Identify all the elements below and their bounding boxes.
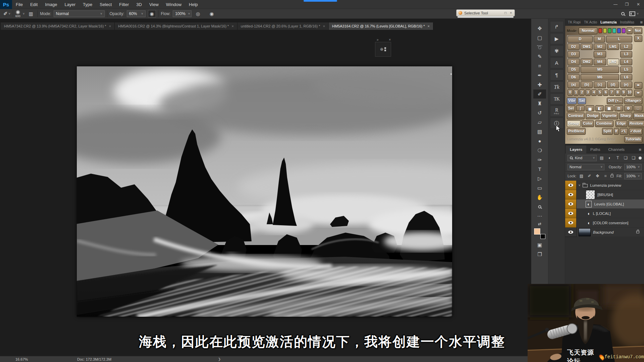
menu-help[interactable]: Help [185,0,202,9]
airbrush-toggle[interactable]: ◎ [194,10,202,17]
brush-panel-toggle[interactable]: ▥ [27,10,35,17]
filter-type-icon[interactable]: T [615,156,621,160]
zone-3-button[interactable]: 3 [585,89,591,96]
split-button[interactable]: Split [602,128,613,135]
zone-e-button[interactable]: (e) [620,81,632,88]
zone-l3-button[interactable]: L3 [620,51,632,58]
filter-kind-select[interactable]: Kind ˅ [568,155,597,161]
lumenzia-mode-button[interactable]: Normal [579,27,597,34]
screen-mode-button[interactable]: ❐ [533,250,546,259]
if-button[interactable]: If [614,128,619,135]
zone-d-button[interactable]: D [568,36,593,43]
background-color-swatch[interactable] [540,234,545,239]
close-icon[interactable]: × [109,24,111,28]
zone-m6-button[interactable]: M6 [581,74,619,81]
vibrance-button[interactable]: Vibr [567,98,577,104]
character-panel-icon[interactable]: A [550,57,564,68]
close-icon[interactable]: × [389,38,391,42]
visibility-toggle[interactable] [565,181,577,190]
tab-lumenzia[interactable]: Lumenzia [599,19,618,25]
history-brush-tool[interactable]: ↺ [533,108,546,117]
zone-6-button[interactable]: 6 [603,89,608,96]
visibility-toggle[interactable] [565,190,577,199]
blank-square-icon[interactable]: □ [634,105,642,111]
yellow-swatch[interactable] [603,28,607,33]
zone-m-button[interactable]: M [594,36,605,43]
zone-10-button[interactable]: 10 [627,89,632,96]
green-swatch[interactable] [608,28,611,33]
close-icon[interactable]: × [428,24,430,28]
layer-row-levels-global[interactable]: ◐ Levels [GLOBAL] [565,199,644,209]
opacity-select[interactable]: 60% ˅ [127,10,146,17]
collapse-icon[interactable]: » [377,38,379,42]
zone-0-button[interactable]: 0 [568,89,573,96]
balance-icon[interactable]: ⚖ [614,105,623,111]
arrange-icon[interactable]: ↱ [550,21,564,32]
tk-panel-icon[interactable]: TK [550,94,564,105]
zone-4-button[interactable]: 4 [591,89,597,96]
contrast-button[interactable]: Contrast [567,113,585,119]
menu-filter[interactable]: Filter [115,0,132,9]
eyedropper-tool[interactable]: ✒ [533,71,546,80]
filter-adjustment-icon[interactable]: ◐ [607,156,613,160]
group-button[interactable]: Group [567,120,581,127]
zone-l-button[interactable]: L [606,36,632,43]
zone-lm2-button[interactable]: LM2 [607,59,619,65]
visibility-toggle[interactable] [565,199,577,209]
menu-image[interactable]: Image [41,0,61,9]
close-icon[interactable]: × [231,24,233,28]
path-selection-tool[interactable]: ▷ [533,174,546,183]
menu-view[interactable]: View [146,0,162,9]
visibility-toggle[interactable] [565,228,577,237]
mask-button[interactable]: Mask [633,113,644,119]
restore-icon[interactable]: □ [504,11,507,15]
zone-m2-button[interactable]: M2 [594,44,606,50]
zone-m3-button[interactable]: M3 [594,51,606,58]
blend-mode-select[interactable]: Normal ˅ [54,10,105,17]
quick-selection-tool[interactable]: ✎ [533,52,546,61]
status-options-arrow[interactable]: ❯ [218,357,221,361]
eyedropper-icon[interactable]: ✒ [634,82,642,89]
lock-all-icon[interactable] [610,175,613,177]
menu-type[interactable]: Type [79,0,96,9]
zone-l6-button[interactable]: L6 [620,74,632,81]
color-button[interactable]: Color [582,120,594,127]
workspace-switcher[interactable]: ˅ [629,11,639,16]
marquee-tool[interactable]: ▢ [533,33,546,42]
combine-button[interactable]: Combine [595,120,613,127]
saturation-button[interactable]: Sat [578,98,586,104]
curves-icon[interactable]: ∫ [576,105,585,111]
tutorials-button[interactable]: Tutorials [624,136,642,143]
pressure-opacity-toggle[interactable]: ◉ [148,10,156,17]
brushes-icon[interactable]: ✾ [550,45,564,56]
layer-row-brush[interactable]: [BRUSH] [565,190,644,199]
document-tab[interactable]: HM5A7342.CR2 @ 13.9% (HM5A7342.CR2, Laye… [1,22,115,30]
selective-tool-titlebar[interactable]: Selective Tool □ × [456,9,515,16]
tab-tk-actions[interactable]: TK Actio [583,19,598,25]
menu-window[interactable]: Window [162,0,185,9]
menu-layer[interactable]: Layer [61,0,79,9]
pressure-size-toggle[interactable]: ◉ [208,10,216,17]
zoom-tool[interactable] [533,202,546,211]
chevron-down-icon[interactable]: ˅ [579,184,580,187]
check-l-button[interactable]: ✓L [620,128,628,135]
zone-d6-button[interactable]: D6 [568,74,580,81]
sharp-button[interactable]: Sharp [619,113,632,119]
current-tool-button[interactable]: ✐ ˅ [3,11,10,17]
search-icon[interactable] [621,12,625,15]
chevron-down-icon[interactable]: ˅ [23,12,24,15]
teal-swatch[interactable] [612,28,616,33]
brush-tool[interactable]: ✐ [533,89,546,99]
type-tool[interactable]: T [533,165,546,174]
zone-d-letter-button[interactable]: (d) [607,81,619,88]
dodge-tool[interactable]: ❍ [533,146,546,155]
clone-stamp-tool[interactable]: ♜ [533,99,546,108]
eyedropper-icon[interactable]: ✒ [634,90,642,97]
lock-artboard-icon[interactable]: ⌗ [602,174,608,178]
zone-c-button[interactable]: (c) [594,81,606,88]
mask-icon[interactable]: ◧ [595,105,604,111]
tk-script-icon[interactable]: Tk [550,81,564,93]
canvas-area[interactable]: » × ⊕ [0,30,531,356]
layer-row-l-local[interactable]: ◐ L [LOCAL] [565,209,644,218]
zone-l5-button[interactable]: L5 [620,66,632,73]
